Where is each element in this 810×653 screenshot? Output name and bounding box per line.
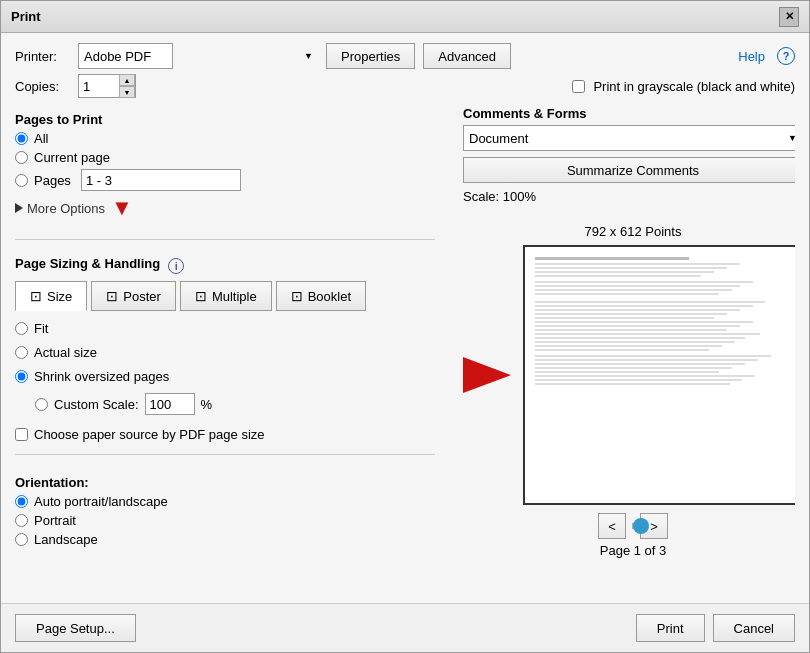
main-content: Pages to Print All Current page Pages xyxy=(15,106,795,593)
tab-booklet[interactable]: ⊡ Booklet xyxy=(276,281,366,311)
pages-label: Pages xyxy=(34,173,71,188)
preview-line-14 xyxy=(535,317,714,319)
prev-page-button[interactable]: < xyxy=(598,513,626,539)
preview-line-9 xyxy=(535,293,719,295)
cancel-button[interactable]: Cancel xyxy=(713,614,795,642)
preview-line-12 xyxy=(535,309,740,311)
tab-multiple[interactable]: ⊡ Multiple xyxy=(180,281,272,311)
close-button[interactable]: ✕ xyxy=(779,7,799,27)
bottom-bar: Page Setup... Print Cancel xyxy=(1,603,809,652)
red-arrow-shape xyxy=(463,357,511,393)
preview-line-27 xyxy=(535,371,719,373)
shrink-radio[interactable] xyxy=(15,370,28,383)
orientation-title: Orientation: xyxy=(15,475,435,490)
nav-row: < > xyxy=(598,513,668,539)
page-indicator: Page 1 of 3 xyxy=(600,543,667,558)
dialog-title: Print xyxy=(11,9,41,24)
fit-radio-row: Fit xyxy=(15,321,435,336)
grayscale-checkbox[interactable] xyxy=(572,80,585,93)
comments-title: Comments & Forms xyxy=(463,106,795,121)
all-radio-row: All xyxy=(15,131,435,146)
pages-radio-row: Pages xyxy=(15,169,435,191)
print-button[interactable]: Print xyxy=(636,614,705,642)
pages-radio[interactable] xyxy=(15,174,28,187)
preview-box xyxy=(523,245,795,505)
comments-select[interactable]: Document xyxy=(463,125,795,151)
more-options-triangle xyxy=(15,203,23,213)
scale-input[interactable] xyxy=(145,393,195,415)
title-bar: Print ✕ xyxy=(1,1,809,33)
comments-section: Comments & Forms Document Summarize Comm… xyxy=(463,106,795,212)
info-icon[interactable]: i xyxy=(168,258,184,274)
landscape-radio[interactable] xyxy=(15,533,28,546)
preview-line-6 xyxy=(535,281,753,283)
fit-radio[interactable] xyxy=(15,322,28,335)
properties-button[interactable]: Properties xyxy=(326,43,415,69)
tab-size[interactable]: ⊡ Size xyxy=(15,281,87,311)
preview-line-17 xyxy=(535,329,727,331)
actual-radio[interactable] xyxy=(15,346,28,359)
red-down-arrow-annotation: ▼ xyxy=(111,195,133,221)
copies-up-button[interactable]: ▲ xyxy=(119,74,135,86)
custom-label: Custom Scale: xyxy=(54,397,139,412)
nav-slider[interactable] xyxy=(632,523,634,529)
preview-line-3 xyxy=(535,267,727,269)
print-dialog: Print ✕ Printer: Adobe PDF Properties Ad… xyxy=(0,0,810,653)
divider-1 xyxy=(15,239,435,240)
poster-tab-label: Poster xyxy=(123,289,161,304)
page-setup-button[interactable]: Page Setup... xyxy=(15,614,136,642)
all-radio[interactable] xyxy=(15,132,28,145)
copies-spinner: ▲ ▼ xyxy=(119,74,135,98)
sizing-title: Page Sizing & Handling xyxy=(15,256,160,271)
custom-scale-row: Custom Scale: % xyxy=(35,393,435,415)
left-panel: Pages to Print All Current page Pages xyxy=(15,106,435,593)
preview-line-19 xyxy=(535,337,745,339)
red-arrow-annotation xyxy=(463,360,513,390)
preview-content xyxy=(525,247,795,397)
preview-dimensions: 792 x 612 Points xyxy=(585,224,682,239)
pages-section-title: Pages to Print xyxy=(15,112,435,127)
red-arrow-wrapper xyxy=(463,360,513,390)
preview-line-15 xyxy=(535,321,753,323)
copies-label: Copies: xyxy=(15,79,70,94)
auto-orient-row: Auto portrait/landscape xyxy=(15,494,435,509)
pdf-source-checkbox[interactable] xyxy=(15,428,28,441)
help-icon[interactable]: ? xyxy=(777,47,795,65)
copies-input[interactable] xyxy=(79,75,119,97)
summarize-button[interactable]: Summarize Comments xyxy=(463,157,795,183)
preview-line-7 xyxy=(535,285,740,287)
help-link[interactable]: Help xyxy=(738,49,765,64)
copies-input-wrapper: ▲ ▼ xyxy=(78,74,136,98)
preview-line-24 xyxy=(535,359,758,361)
comments-select-wrapper[interactable]: Document xyxy=(463,125,795,151)
landscape-label: Landscape xyxy=(34,532,98,547)
custom-radio[interactable] xyxy=(35,398,48,411)
multiple-tab-icon: ⊡ xyxy=(195,288,207,304)
pages-section: Pages to Print All Current page Pages xyxy=(15,106,435,227)
printer-select[interactable]: Adobe PDF xyxy=(78,43,173,69)
tab-bar: ⊡ Size ⊡ Poster ⊡ Multiple ⊡ xyxy=(15,281,435,311)
nav-slider-thumb[interactable] xyxy=(633,518,649,534)
preview-line-13 xyxy=(535,313,727,315)
preview-line-20 xyxy=(535,341,735,343)
orientation-section: Orientation: Auto portrait/landscape Por… xyxy=(15,475,435,551)
current-radio[interactable] xyxy=(15,151,28,164)
tab-poster[interactable]: ⊡ Poster xyxy=(91,281,176,311)
sizing-header: Page Sizing & Handling i xyxy=(15,256,435,275)
printer-select-wrapper[interactable]: Adobe PDF xyxy=(78,43,318,69)
preview-line-2 xyxy=(535,263,740,265)
preview-line-11 xyxy=(535,305,753,307)
actual-radio-row: Actual size xyxy=(15,345,435,360)
bottom-buttons: Print Cancel xyxy=(636,614,795,642)
preview-wrapper xyxy=(463,245,795,505)
red-right-arrow xyxy=(463,360,513,390)
advanced-button[interactable]: Advanced xyxy=(423,43,511,69)
auto-orient-radio[interactable] xyxy=(15,495,28,508)
more-options-label[interactable]: More Options xyxy=(27,201,105,216)
current-label: Current page xyxy=(34,150,110,165)
more-options-row: More Options ▼ xyxy=(15,195,435,221)
copies-down-button[interactable]: ▼ xyxy=(119,86,135,98)
pages-range-input[interactable] xyxy=(81,169,241,191)
portrait-radio[interactable] xyxy=(15,514,28,527)
preview-line-30 xyxy=(535,383,730,385)
